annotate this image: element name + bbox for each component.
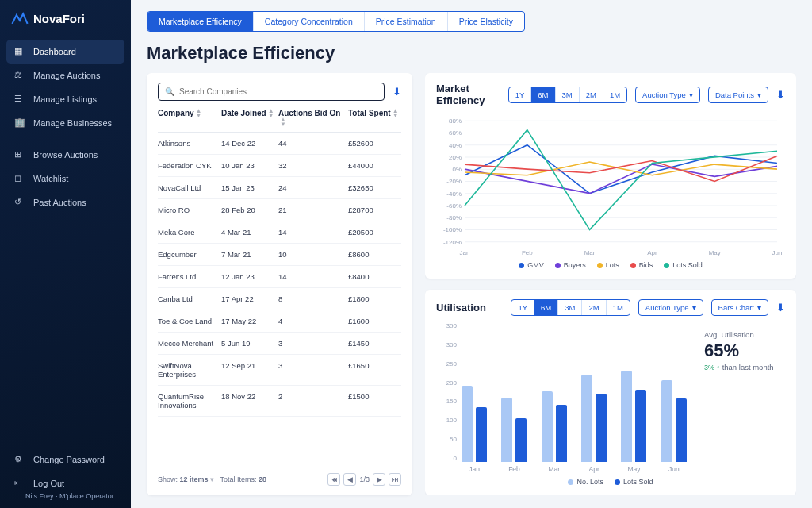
svg-text:60%: 60%	[449, 129, 462, 137]
past-icon: ↺	[14, 197, 25, 208]
table-row[interactable]: Canba Ltd17 Apr 228£1800	[158, 288, 401, 310]
svg-text:-120%: -120%	[443, 239, 462, 246]
table-header: Company▲▼ Date Joined▲▼ Auctions Bid On▲…	[158, 109, 401, 133]
tab-marketplace-efficiency[interactable]: Marketplace Efficiency	[147, 12, 254, 31]
download-icon[interactable]: ⬇	[776, 89, 785, 101]
pager-next[interactable]: ▶	[373, 473, 385, 486]
table-row[interactable]: Micro RO28 Feb 2021£28700	[158, 199, 401, 221]
legend-no-lots: No. Lots	[568, 478, 603, 486]
range-1Y[interactable]: 1Y	[509, 87, 532, 102]
range-2M[interactable]: 2M	[580, 87, 603, 102]
table-row[interactable]: Federation CYK10 Jan 2332£44000	[158, 155, 401, 177]
svg-text:-40%: -40%	[446, 190, 462, 198]
svg-text:20%: 20%	[449, 154, 462, 161]
pager-last[interactable]: ⏭	[389, 473, 401, 486]
tab-category-concentration[interactable]: Category Concentration	[254, 12, 365, 31]
pager: ⏮ ◀ 1/3 ▶ ⏭	[327, 473, 401, 486]
table-row[interactable]: QuantumRise Innovations18 Nov 222£1500	[158, 386, 401, 417]
range-3M[interactable]: 3M	[558, 300, 582, 315]
range-6M[interactable]: 6M	[531, 87, 555, 102]
sidebar-item-browse-auctions[interactable]: ⊞Browse Auctions	[6, 143, 124, 167]
sidebar-item-label: Manage Listings	[33, 94, 97, 104]
bar-chart: 350300250200150100500 JanFebMarAprMayJun	[436, 322, 688, 475]
line-chart: -120%-100%-80%-60%-40%-20%0%20%40%60%80%…	[436, 113, 785, 258]
svg-text:-20%: -20%	[446, 178, 462, 185]
sidebar-item-past-auctions[interactable]: ↺Past Auctions	[6, 190, 124, 214]
sidebar-item-manage-listings[interactable]: ☰Manage Listings	[6, 87, 124, 111]
sidebar-item-change-password[interactable]: ⚙Change Password	[6, 448, 124, 471]
sidebar-item-label: Watchlist	[33, 174, 68, 183]
total-label: Total Items:	[220, 475, 256, 483]
bar-group: May	[619, 367, 648, 473]
download-icon[interactable]: ⬇	[393, 86, 401, 98]
bar	[621, 371, 632, 462]
page-tabs: Marketplace EfficiencyCategory Concentra…	[147, 11, 525, 32]
pager-prev[interactable]: ◀	[343, 473, 356, 486]
table-row[interactable]: Farrer's Ltd12 Jan 2314£8400	[158, 266, 401, 288]
range-3M[interactable]: 3M	[556, 87, 580, 102]
legend-lots-sold: Lots Sold	[615, 478, 653, 486]
search-input-wrap[interactable]: 🔍	[158, 83, 385, 101]
bar	[581, 375, 592, 462]
sidebar-item-watchlist[interactable]: ◻Watchlist	[6, 167, 124, 190]
legend-bids: Bids	[630, 261, 653, 269]
search-input[interactable]	[179, 87, 377, 96]
col-spent[interactable]: Total Spent	[348, 109, 391, 117]
col-date[interactable]: Date Joined	[221, 109, 266, 117]
chevron-down-icon: ▾	[757, 90, 761, 99]
range-1M[interactable]: 1M	[603, 87, 626, 102]
pager-first[interactable]: ⏮	[327, 473, 340, 486]
main: Marketplace EfficiencyCategory Concentra…	[131, 0, 812, 508]
utilisation-chart-type-dd[interactable]: Bars Chart▾	[711, 299, 768, 316]
sidebar-item-manage-businesses[interactable]: 🏢Manage Businesses	[6, 111, 124, 135]
bar-group: Jun	[660, 367, 688, 473]
range-1M[interactable]: 1M	[607, 300, 630, 315]
bar-group: Feb	[500, 367, 528, 473]
table-row[interactable]: Toe & Coe Land17 May 224£1600	[158, 310, 401, 333]
range-1Y[interactable]: 1Y	[511, 300, 534, 315]
show-label: Show:	[158, 475, 178, 483]
utilisation-auction-type-dd[interactable]: Auction Type▾	[638, 299, 703, 316]
utilisation-card: Utilisation 1Y6M3M2M1M Auction Type▾ Bar…	[425, 290, 796, 495]
bar-group: Jan	[460, 367, 488, 473]
table-row[interactable]: Edgcumber7 Mar 2110£8600	[158, 244, 401, 266]
legend-buyers: Buyers	[555, 261, 586, 269]
efficiency-auction-type-dd[interactable]: Auction Type▾	[635, 87, 700, 103]
table-row[interactable]: SwiftNova Enterprises12 Sep 213£1650	[158, 355, 401, 386]
table-row[interactable]: Atkinsons14 Dec 2244£52600	[158, 133, 401, 155]
legend-lots-sold: Lots Sold	[664, 261, 703, 269]
col-bids[interactable]: Auctions Bid On	[278, 109, 340, 117]
bar	[462, 386, 473, 462]
nav-main: ▦Dashboard⚖Manage Auctions☰Manage Listin…	[0, 40, 131, 143]
watch-icon: ◻	[14, 173, 25, 184]
sidebar-item-label: Past Auctions	[33, 198, 86, 207]
brand-logo: NovaFori	[0, 0, 131, 40]
total-value: 28	[259, 475, 266, 483]
utilisation-legend: No. LotsLots Sold	[436, 478, 785, 486]
sidebar-item-dashboard[interactable]: ▦Dashboard	[6, 40, 124, 64]
business-icon: 🏢	[14, 117, 25, 129]
listings-icon: ☰	[14, 94, 25, 105]
sidebar-item-manage-auctions[interactable]: ⚖Manage Auctions	[6, 64, 124, 87]
range-2M[interactable]: 2M	[582, 300, 606, 315]
bar	[596, 394, 607, 462]
tab-price-elasticity[interactable]: Price Elasticity	[448, 12, 524, 31]
bar-group: Mar	[540, 367, 569, 473]
efficiency-range: 1Y6M3M2M1M	[508, 87, 627, 103]
download-icon[interactable]: ⬇	[776, 302, 785, 314]
nav-footer: ⚙Change Password⇤Log OutNils Frey · M'pl…	[0, 441, 131, 508]
range-6M[interactable]: 6M	[534, 300, 558, 315]
col-company[interactable]: Company	[158, 109, 194, 117]
bar-group: Apr	[580, 367, 608, 473]
show-value[interactable]: 12 items	[180, 475, 209, 483]
table-footer: Show: 12 items ▾ Total Items: 28 ⏮ ◀ 1/3…	[158, 467, 401, 486]
companies-card: 🔍 ⬇ Company▲▼ Date Joined▲▼ Auctions Bid…	[147, 73, 412, 495]
table-row[interactable]: NovaCall Ltd15 Jan 2324£32650	[158, 177, 401, 199]
tab-price-estimation[interactable]: Price Estimation	[365, 12, 448, 31]
table-row[interactable]: Meka Core4 Mar 2114£20500	[158, 221, 401, 244]
page-title: Marketplace Efficiency	[131, 32, 812, 73]
sidebar-item-label: Log Out	[33, 479, 64, 488]
svg-text:-80%: -80%	[446, 214, 462, 221]
efficiency-data-points-dd[interactable]: Data Points▾	[708, 87, 768, 103]
table-row[interactable]: Mecco Merchant5 Jun 193£1450	[158, 333, 401, 355]
